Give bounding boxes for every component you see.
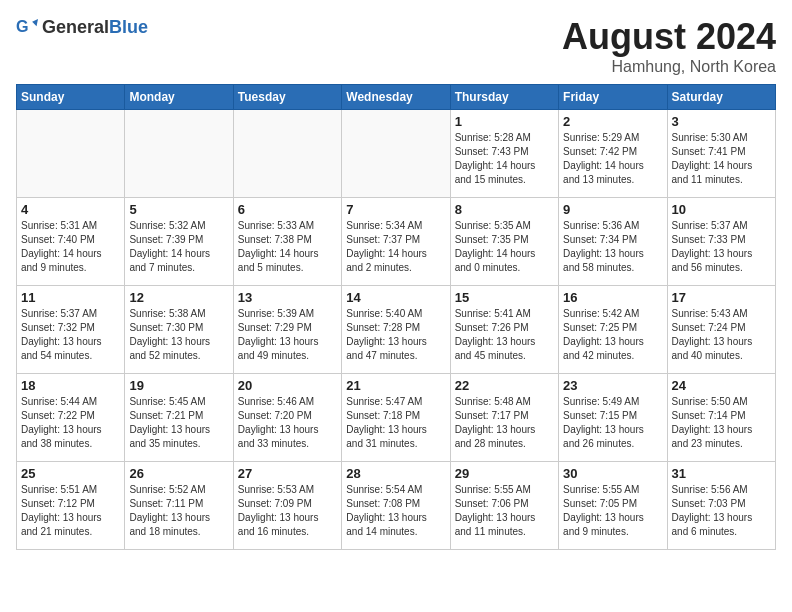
day-info: Sunrise: 5:55 AMSunset: 7:05 PMDaylight:…: [563, 483, 662, 539]
calendar-cell: 20Sunrise: 5:46 AMSunset: 7:20 PMDayligh…: [233, 374, 341, 462]
weekday-header-saturday: Saturday: [667, 85, 775, 110]
calendar-cell: 13Sunrise: 5:39 AMSunset: 7:29 PMDayligh…: [233, 286, 341, 374]
day-number: 21: [346, 378, 445, 393]
calendar-cell: 16Sunrise: 5:42 AMSunset: 7:25 PMDayligh…: [559, 286, 667, 374]
day-info: Sunrise: 5:55 AMSunset: 7:06 PMDaylight:…: [455, 483, 554, 539]
day-number: 16: [563, 290, 662, 305]
day-number: 25: [21, 466, 120, 481]
day-number: 5: [129, 202, 228, 217]
calendar-cell: [342, 110, 450, 198]
day-info: Sunrise: 5:31 AMSunset: 7:40 PMDaylight:…: [21, 219, 120, 275]
day-info: Sunrise: 5:36 AMSunset: 7:34 PMDaylight:…: [563, 219, 662, 275]
day-number: 3: [672, 114, 771, 129]
calendar-cell: 28Sunrise: 5:54 AMSunset: 7:08 PMDayligh…: [342, 462, 450, 550]
day-info: Sunrise: 5:52 AMSunset: 7:11 PMDaylight:…: [129, 483, 228, 539]
day-info: Sunrise: 5:37 AMSunset: 7:33 PMDaylight:…: [672, 219, 771, 275]
svg-text:G: G: [16, 17, 29, 35]
calendar-cell: 5Sunrise: 5:32 AMSunset: 7:39 PMDaylight…: [125, 198, 233, 286]
day-number: 11: [21, 290, 120, 305]
logo-text-blue: Blue: [109, 17, 148, 37]
day-info: Sunrise: 5:53 AMSunset: 7:09 PMDaylight:…: [238, 483, 337, 539]
calendar-cell: 19Sunrise: 5:45 AMSunset: 7:21 PMDayligh…: [125, 374, 233, 462]
day-info: Sunrise: 5:39 AMSunset: 7:29 PMDaylight:…: [238, 307, 337, 363]
calendar-cell: 22Sunrise: 5:48 AMSunset: 7:17 PMDayligh…: [450, 374, 558, 462]
day-number: 4: [21, 202, 120, 217]
location: Hamhung, North Korea: [562, 58, 776, 76]
weekday-header-sunday: Sunday: [17, 85, 125, 110]
day-number: 13: [238, 290, 337, 305]
svg-marker-1: [32, 19, 38, 26]
calendar-cell: 6Sunrise: 5:33 AMSunset: 7:38 PMDaylight…: [233, 198, 341, 286]
calendar-cell: 21Sunrise: 5:47 AMSunset: 7:18 PMDayligh…: [342, 374, 450, 462]
day-info: Sunrise: 5:51 AMSunset: 7:12 PMDaylight:…: [21, 483, 120, 539]
calendar-cell: 10Sunrise: 5:37 AMSunset: 7:33 PMDayligh…: [667, 198, 775, 286]
weekday-header-tuesday: Tuesday: [233, 85, 341, 110]
calendar-cell: 7Sunrise: 5:34 AMSunset: 7:37 PMDaylight…: [342, 198, 450, 286]
month-year: August 2024: [562, 16, 776, 58]
header: G GeneralBlue August 2024 Hamhung, North…: [16, 16, 776, 76]
day-info: Sunrise: 5:33 AMSunset: 7:38 PMDaylight:…: [238, 219, 337, 275]
calendar-cell: 11Sunrise: 5:37 AMSunset: 7:32 PMDayligh…: [17, 286, 125, 374]
day-info: Sunrise: 5:38 AMSunset: 7:30 PMDaylight:…: [129, 307, 228, 363]
logo: G GeneralBlue: [16, 16, 148, 38]
day-number: 27: [238, 466, 337, 481]
day-info: Sunrise: 5:47 AMSunset: 7:18 PMDaylight:…: [346, 395, 445, 451]
day-number: 28: [346, 466, 445, 481]
day-number: 19: [129, 378, 228, 393]
calendar-cell: 9Sunrise: 5:36 AMSunset: 7:34 PMDaylight…: [559, 198, 667, 286]
calendar-cell: 15Sunrise: 5:41 AMSunset: 7:26 PMDayligh…: [450, 286, 558, 374]
calendar-cell: 14Sunrise: 5:40 AMSunset: 7:28 PMDayligh…: [342, 286, 450, 374]
day-info: Sunrise: 5:45 AMSunset: 7:21 PMDaylight:…: [129, 395, 228, 451]
weekday-header-friday: Friday: [559, 85, 667, 110]
calendar-cell: 26Sunrise: 5:52 AMSunset: 7:11 PMDayligh…: [125, 462, 233, 550]
weekday-header-wednesday: Wednesday: [342, 85, 450, 110]
day-info: Sunrise: 5:35 AMSunset: 7:35 PMDaylight:…: [455, 219, 554, 275]
calendar-cell: 12Sunrise: 5:38 AMSunset: 7:30 PMDayligh…: [125, 286, 233, 374]
day-number: 26: [129, 466, 228, 481]
day-info: Sunrise: 5:41 AMSunset: 7:26 PMDaylight:…: [455, 307, 554, 363]
weekday-header-monday: Monday: [125, 85, 233, 110]
day-info: Sunrise: 5:56 AMSunset: 7:03 PMDaylight:…: [672, 483, 771, 539]
week-row-5: 25Sunrise: 5:51 AMSunset: 7:12 PMDayligh…: [17, 462, 776, 550]
calendar-cell: 31Sunrise: 5:56 AMSunset: 7:03 PMDayligh…: [667, 462, 775, 550]
week-row-2: 4Sunrise: 5:31 AMSunset: 7:40 PMDaylight…: [17, 198, 776, 286]
day-number: 17: [672, 290, 771, 305]
day-number: 24: [672, 378, 771, 393]
weekday-header-row: SundayMondayTuesdayWednesdayThursdayFrid…: [17, 85, 776, 110]
calendar-table: SundayMondayTuesdayWednesdayThursdayFrid…: [16, 84, 776, 550]
week-row-4: 18Sunrise: 5:44 AMSunset: 7:22 PMDayligh…: [17, 374, 776, 462]
calendar-cell: 4Sunrise: 5:31 AMSunset: 7:40 PMDaylight…: [17, 198, 125, 286]
day-number: 12: [129, 290, 228, 305]
day-number: 9: [563, 202, 662, 217]
calendar-cell: [17, 110, 125, 198]
calendar-cell: 24Sunrise: 5:50 AMSunset: 7:14 PMDayligh…: [667, 374, 775, 462]
day-info: Sunrise: 5:32 AMSunset: 7:39 PMDaylight:…: [129, 219, 228, 275]
day-number: 15: [455, 290, 554, 305]
day-info: Sunrise: 5:40 AMSunset: 7:28 PMDaylight:…: [346, 307, 445, 363]
day-number: 22: [455, 378, 554, 393]
day-info: Sunrise: 5:46 AMSunset: 7:20 PMDaylight:…: [238, 395, 337, 451]
logo-text-general: General: [42, 17, 109, 37]
calendar-cell: 23Sunrise: 5:49 AMSunset: 7:15 PMDayligh…: [559, 374, 667, 462]
day-info: Sunrise: 5:48 AMSunset: 7:17 PMDaylight:…: [455, 395, 554, 451]
day-number: 6: [238, 202, 337, 217]
day-number: 10: [672, 202, 771, 217]
day-number: 31: [672, 466, 771, 481]
calendar-cell: 30Sunrise: 5:55 AMSunset: 7:05 PMDayligh…: [559, 462, 667, 550]
day-info: Sunrise: 5:30 AMSunset: 7:41 PMDaylight:…: [672, 131, 771, 187]
day-info: Sunrise: 5:42 AMSunset: 7:25 PMDaylight:…: [563, 307, 662, 363]
calendar-cell: 8Sunrise: 5:35 AMSunset: 7:35 PMDaylight…: [450, 198, 558, 286]
day-info: Sunrise: 5:54 AMSunset: 7:08 PMDaylight:…: [346, 483, 445, 539]
day-info: Sunrise: 5:34 AMSunset: 7:37 PMDaylight:…: [346, 219, 445, 275]
week-row-1: 1Sunrise: 5:28 AMSunset: 7:43 PMDaylight…: [17, 110, 776, 198]
day-info: Sunrise: 5:44 AMSunset: 7:22 PMDaylight:…: [21, 395, 120, 451]
weekday-header-thursday: Thursday: [450, 85, 558, 110]
day-number: 23: [563, 378, 662, 393]
day-number: 7: [346, 202, 445, 217]
calendar-cell: 18Sunrise: 5:44 AMSunset: 7:22 PMDayligh…: [17, 374, 125, 462]
calendar-cell: 29Sunrise: 5:55 AMSunset: 7:06 PMDayligh…: [450, 462, 558, 550]
day-number: 1: [455, 114, 554, 129]
calendar-cell: 27Sunrise: 5:53 AMSunset: 7:09 PMDayligh…: [233, 462, 341, 550]
title-area: August 2024 Hamhung, North Korea: [562, 16, 776, 76]
calendar-cell: [233, 110, 341, 198]
